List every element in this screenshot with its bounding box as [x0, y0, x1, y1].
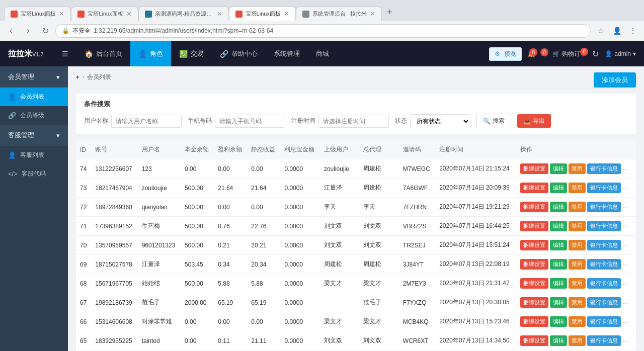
table-row: 70 13570959557 9601201323 500.00 0.21 20… [76, 236, 636, 255]
app-nav: ☰ 🏠 后台首页 👤 角色 💹 交易 🔗 帮助中心 系统管理 商城 [54, 41, 490, 66]
edit-button[interactable]: 编辑 [550, 278, 567, 289]
more-button[interactable]: ··· [622, 280, 628, 288]
sidebar-item-member-list[interactable]: 👤 会员列表 [0, 87, 68, 106]
regtime-input[interactable] [318, 115, 389, 128]
disable-button[interactable]: 禁用 [569, 259, 586, 270]
more-button[interactable]: ··· [622, 299, 628, 307]
edit-button[interactable]: 编辑 [550, 240, 567, 250]
settings-button[interactable]: 捆绑设置 [520, 259, 548, 270]
refresh-button[interactable]: ↻ [38, 24, 52, 38]
hamburger-icon: ☰ [62, 50, 68, 58]
page-refresh-btn[interactable]: ↻ [592, 49, 599, 59]
disable-button[interactable]: 禁用 [569, 221, 586, 231]
bank-button[interactable]: 银行卡信息 [587, 221, 621, 231]
cell-actions: 捆绑设置 编辑 禁用 银行卡信息 ··· [516, 312, 636, 331]
phone-input[interactable] [215, 115, 285, 128]
settings-button[interactable]: 捆绑设置 [520, 202, 548, 212]
edit-button[interactable]: 编辑 [550, 221, 567, 231]
username-input[interactable] [111, 115, 182, 128]
close-tab-5[interactable]: ✕ [370, 10, 375, 18]
nav-sysmanage[interactable]: 系统管理 [266, 41, 308, 66]
sidebar-item-service-list[interactable]: 👤 客服列表 [0, 146, 68, 164]
settings-button[interactable]: 捆绑设置 [520, 240, 548, 250]
nav-hamburger[interactable]: ☰ [54, 41, 76, 66]
menu-button[interactable]: ⋮ [626, 24, 640, 38]
more-button[interactable]: ··· [622, 184, 628, 192]
notification-btn-1[interactable]: 🔔 0 [528, 50, 535, 57]
service-section-header[interactable]: 客服管理 ▾ [0, 125, 68, 146]
bank-button[interactable]: 银行卡信息 [587, 335, 621, 346]
browser-tab-2[interactable]: 宝塔Linux面板 ✕ [71, 7, 138, 21]
disable-button[interactable]: 禁用 [569, 202, 586, 212]
new-tab-button[interactable]: + [382, 4, 397, 21]
browser-tab-5[interactable]: 系统管理后台 · 拉拉米 ✕ [296, 7, 382, 21]
close-tab-4[interactable]: ✕ [284, 10, 289, 18]
notification-btn-2[interactable]: ✉ 0 [541, 50, 546, 57]
more-button[interactable]: ··· [622, 165, 628, 173]
user-menu-btn[interactable]: 👤 admin ▾ [605, 50, 636, 57]
sidebar-item-member-level[interactable]: 🔗 会员等级 [0, 106, 68, 125]
nav-help[interactable]: 🔗 帮助中心 [212, 41, 266, 66]
status-select[interactable]: 所有状态 [410, 114, 470, 128]
address-bar[interactable]: 🔒 不安全 1.32.219.65/admin.html#/admin/user… [55, 24, 591, 38]
disable-button[interactable]: 禁用 [569, 297, 586, 308]
bank-button[interactable]: 银行卡信息 [587, 316, 621, 327]
disable-button[interactable]: 禁用 [569, 163, 586, 174]
nav-roles[interactable]: 👤 角色 [130, 41, 171, 66]
browser-tab-1[interactable]: 宝塔Linux面板 ✕ [4, 7, 71, 21]
disable-button[interactable]: 禁用 [569, 335, 586, 346]
more-button[interactable]: ··· [622, 337, 628, 345]
disable-button[interactable]: 禁用 [569, 183, 586, 193]
disable-button[interactable]: 禁用 [569, 316, 586, 327]
close-tab-2[interactable]: ✕ [126, 10, 132, 18]
search-button[interactable]: 🔍 搜索 [476, 114, 511, 128]
edit-button[interactable]: 编辑 [550, 259, 567, 270]
browser-tab-4[interactable]: 宝塔Linux面板 ✕ [229, 7, 296, 21]
add-member-button[interactable]: 添加会员 [594, 72, 636, 87]
edit-button[interactable]: 编辑 [550, 335, 567, 346]
table-body: 74 13122256607 123 0.00 0.00 0.00 0.0000… [76, 159, 636, 352]
settings-button[interactable]: 捆绑设置 [520, 183, 548, 193]
more-button[interactable]: ··· [622, 222, 628, 230]
bank-button[interactable]: 银行卡信息 [587, 163, 621, 174]
member-section-header[interactable]: 会员管理 ▾ [0, 66, 68, 87]
bank-button[interactable]: 银行卡信息 [587, 297, 621, 308]
more-button[interactable]: ··· [622, 241, 628, 249]
settings-button[interactable]: 捆绑设置 [520, 297, 548, 308]
settings-button[interactable]: 捆绑设置 [520, 335, 548, 346]
disable-button[interactable]: 禁用 [569, 240, 586, 250]
close-tab-1[interactable]: ✕ [59, 10, 64, 18]
more-button[interactable]: ··· [622, 260, 628, 269]
nav-shop[interactable]: 商城 [308, 41, 337, 66]
cell-profit: 5.88 [214, 274, 247, 293]
bank-button[interactable]: 银行卡信息 [587, 278, 621, 289]
forward-button[interactable]: › [21, 24, 35, 38]
bank-button[interactable]: 银行卡信息 [587, 240, 621, 250]
profile-button[interactable]: 👤 [610, 24, 624, 38]
edit-button[interactable]: 编辑 [550, 183, 567, 193]
browser-tab-3[interactable]: 亲测源码网-精品资源站长亲测 ✕ [138, 7, 229, 21]
close-tab-3[interactable]: ✕ [217, 10, 222, 18]
disable-button[interactable]: 禁用 [569, 278, 586, 289]
more-button[interactable]: ··· [622, 318, 628, 326]
edit-button[interactable]: 编辑 [550, 202, 567, 212]
settings-button[interactable]: 捆绑设置 [520, 163, 548, 174]
sidebar-item-service-code[interactable]: </> 客服代码 [0, 164, 68, 183]
settings-button[interactable]: 捆绑设置 [520, 316, 548, 327]
bank-button[interactable]: 银行卡信息 [587, 202, 621, 212]
back-button[interactable]: ‹ [4, 24, 18, 38]
bank-button[interactable]: 银行卡信息 [587, 259, 621, 270]
edit-button[interactable]: 编辑 [550, 316, 567, 327]
nav-home[interactable]: 🏠 后台首页 [76, 41, 130, 66]
cell-username: tainted [138, 331, 181, 350]
nav-trade[interactable]: 💹 交易 [171, 41, 212, 66]
edit-button[interactable]: 编辑 [550, 297, 567, 308]
cart-btn[interactable]: 🛒 0 购物订单 [552, 50, 586, 58]
more-button[interactable]: ··· [622, 203, 628, 211]
settings-button[interactable]: 捆绑设置 [520, 278, 548, 289]
edit-button[interactable]: 编辑 [550, 163, 567, 174]
settings-button[interactable]: 捆绑设置 [520, 221, 548, 231]
bookmark-button[interactable]: ☆ [594, 24, 608, 38]
export-button[interactable]: 📤 导出 [517, 114, 551, 128]
bank-button[interactable]: 银行卡信息 [587, 183, 621, 193]
